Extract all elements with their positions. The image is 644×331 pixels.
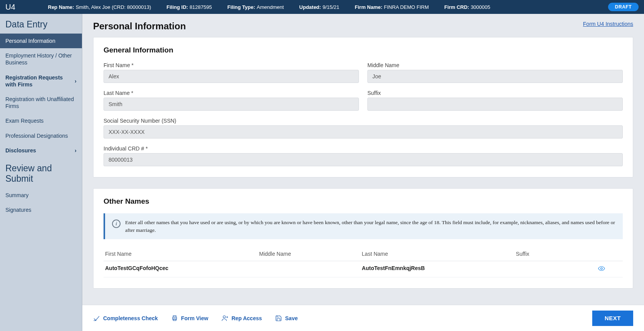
app-name: U4 — [5, 3, 32, 12]
first-name-field-wrapper: First Name * — [104, 62, 359, 83]
topbar-firm-crd: Firm CRD:3000005 — [444, 4, 490, 10]
sidebar-item-professional-designations[interactable]: Professional Designations — [0, 128, 82, 143]
middle-name-field-wrapper: Middle Name — [367, 62, 623, 83]
sidebar-item-signatures[interactable]: Signatures — [0, 203, 82, 217]
person-icon — [221, 315, 228, 322]
topbar-firm-name: Firm Name:FINRA DEMO FIRM — [355, 4, 429, 10]
last-name-field-wrapper: Last Name * — [104, 90, 359, 111]
ssn-input[interactable] — [104, 125, 623, 138]
svg-point-0 — [601, 268, 603, 270]
last-name-input[interactable] — [104, 98, 359, 111]
topbar-filing-id: Filing ID:81287595 — [167, 4, 212, 10]
sidebar-item-exam-requests[interactable]: Exam Requests — [0, 113, 82, 128]
sidebar-item-personal-information[interactable]: Personal Information — [0, 34, 82, 48]
info-icon: i — [112, 220, 121, 228]
chevron-right-icon: › — [75, 147, 76, 154]
row-first-name: AutoTestGCqFofoHQcec — [105, 265, 259, 273]
svg-rect-3 — [173, 316, 176, 317]
footer-bar: Completeness Check Form View Rep Access … — [82, 305, 644, 331]
first-name-label: First Name * — [104, 62, 359, 68]
page-title: Personal Information — [93, 21, 186, 32]
print-icon — [171, 315, 178, 322]
sidebar: Data Entry Personal Information Employme… — [0, 14, 82, 331]
topbar-filing-type: Filing Type:Amendment — [227, 4, 284, 10]
suffix-label: Suffix — [367, 90, 623, 96]
info-text: Enter all other names that you have used… — [125, 219, 616, 234]
row-suffix — [516, 265, 598, 273]
save-button[interactable]: Save — [275, 315, 298, 322]
rep-access-button[interactable]: Rep Access — [221, 315, 262, 322]
svg-point-5 — [223, 316, 226, 318]
main-content: Personal Information Form U4 Instruction… — [82, 14, 644, 331]
svg-rect-4 — [173, 319, 176, 321]
ssn-label: Social Security Number (SSN) — [104, 118, 623, 124]
sidebar-item-disclosures[interactable]: Disclosures› — [0, 143, 82, 158]
form-view-button[interactable]: Form View — [171, 315, 209, 322]
sidebar-item-summary[interactable]: Summary — [0, 188, 82, 203]
info-banner: i Enter all other names that you have us… — [104, 213, 623, 239]
topbar-updated: Updated:9/15/21 — [299, 4, 340, 10]
other-names-table: First Name Middle Name Last Name Suffix … — [104, 247, 623, 277]
table-header: First Name Middle Name Last Name Suffix — [104, 247, 623, 261]
sidebar-item-employment-history[interactable]: Employment History / Other Business — [0, 48, 82, 70]
col-last-name: Last Name — [362, 251, 516, 257]
ssn-field-wrapper: Social Security Number (SSN) — [104, 118, 623, 138]
sidebar-section-review: Review and Submit — [0, 158, 82, 188]
suffix-field-wrapper: Suffix — [367, 90, 623, 111]
crd-input[interactable] — [104, 153, 623, 166]
check-icon — [93, 315, 100, 322]
table-row: AutoTestGCqFofoHQcec AutoTestFnEmnkqjRes… — [104, 261, 623, 277]
row-middle-name — [259, 265, 362, 273]
general-information-card: General Information First Name * Middle … — [93, 37, 633, 177]
card-title-general: General Information — [104, 46, 623, 54]
view-row-button[interactable] — [598, 265, 621, 273]
card-title-other-names: Other Names — [104, 197, 623, 206]
col-suffix: Suffix — [516, 251, 598, 257]
sidebar-section-data-entry: Data Entry — [0, 14, 82, 34]
save-icon — [275, 315, 282, 322]
crd-label: Individual CRD # * — [104, 145, 623, 152]
next-button[interactable]: NEXT — [592, 311, 633, 326]
crd-field-wrapper: Individual CRD # * — [104, 145, 623, 166]
eye-icon — [598, 265, 605, 272]
row-last-name: AutoTestFnEmnkqjResB — [362, 265, 516, 273]
sidebar-item-registration-requests[interactable]: Registration Requests with Firms› — [0, 70, 82, 92]
last-name-label: Last Name * — [104, 90, 359, 96]
completeness-check-button[interactable]: Completeness Check — [93, 315, 158, 322]
col-first-name: First Name — [105, 251, 259, 257]
suffix-input[interactable] — [367, 98, 623, 111]
topbar-rep-name: Rep Name:Smith, Alex Joe (CRD: 80000013) — [48, 4, 151, 10]
first-name-input[interactable] — [104, 70, 359, 83]
topbar: U4 Rep Name:Smith, Alex Joe (CRD: 800000… — [0, 0, 644, 14]
form-instructions-link[interactable]: Form U4 Instructions — [583, 21, 633, 27]
chevron-right-icon: › — [75, 78, 76, 84]
other-names-card: Other Names i Enter all other names that… — [93, 188, 633, 289]
status-badge: DRAFT — [608, 3, 639, 11]
sidebar-item-registration-unaffiliated[interactable]: Registration with Unaffiliated Firms — [0, 92, 82, 113]
middle-name-label: Middle Name — [367, 62, 623, 68]
col-middle-name: Middle Name — [259, 251, 362, 257]
middle-name-input[interactable] — [367, 70, 623, 83]
